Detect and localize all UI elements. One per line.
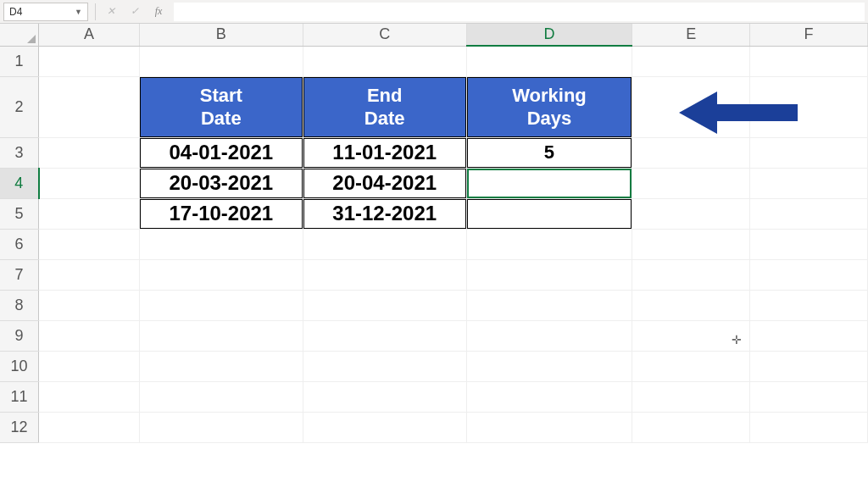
cell-D12[interactable] [466, 412, 632, 442]
cell-E11[interactable] [632, 381, 750, 412]
cell-D3[interactable]: 5 [466, 137, 632, 168]
cell-E7[interactable] [632, 259, 750, 290]
row-header-11[interactable]: 11 [0, 381, 39, 412]
cell-C1[interactable] [303, 46, 466, 76]
cell-F3[interactable] [750, 137, 868, 168]
cell-D11[interactable] [466, 381, 632, 412]
cell-E3[interactable] [632, 137, 750, 168]
cell-C7[interactable] [303, 259, 466, 290]
row-header-2[interactable]: 2 [0, 76, 39, 137]
row-header-1[interactable]: 1 [0, 46, 39, 76]
cell-E8[interactable] [632, 290, 750, 320]
cell-F9[interactable] [750, 320, 868, 351]
col-header-A[interactable]: A [39, 24, 140, 46]
cell-A6[interactable] [39, 229, 140, 259]
cell-D1[interactable] [466, 46, 632, 76]
cell-B11[interactable] [139, 381, 303, 412]
cell-B2[interactable]: Start Date [139, 76, 303, 137]
cell-A12[interactable] [39, 412, 140, 442]
cell-A1[interactable] [39, 46, 140, 76]
col-header-D[interactable]: D [466, 24, 632, 46]
cell-F10[interactable] [750, 351, 868, 381]
cell-C11[interactable] [303, 381, 466, 412]
row-header-4[interactable]: 4 [0, 168, 39, 198]
cell-C5[interactable]: 31-12-2021 [303, 198, 466, 229]
cell-D2[interactable]: Working Days [466, 76, 632, 137]
cell-B12[interactable] [139, 412, 303, 442]
cell-B8[interactable] [139, 290, 303, 320]
cell-E1[interactable] [632, 46, 750, 76]
table-header-start-date: Start Date [140, 77, 303, 137]
name-box[interactable]: D4 ▼ [3, 3, 88, 21]
col-header-C[interactable]: C [303, 24, 466, 46]
cell-E10[interactable] [632, 351, 750, 381]
spreadsheet-grid[interactable]: A B C D E F 1 2 Start Date End Date Work… [0, 24, 868, 488]
select-all-corner[interactable] [0, 24, 39, 46]
cell-A8[interactable] [39, 290, 140, 320]
cell-B10[interactable] [139, 351, 303, 381]
cell-C10[interactable] [303, 351, 466, 381]
name-box-value: D4 [9, 6, 22, 18]
insert-function-icon[interactable]: fx [150, 3, 167, 20]
col-header-B[interactable]: B [139, 24, 303, 46]
cell-F4[interactable] [750, 168, 868, 198]
cell-E6[interactable] [632, 229, 750, 259]
cell-F6[interactable] [750, 229, 868, 259]
chevron-down-icon[interactable]: ▼ [75, 8, 82, 16]
cell-D6[interactable] [466, 229, 632, 259]
row-header-8[interactable]: 8 [0, 290, 39, 320]
cell-B4[interactable]: 20-03-2021 [139, 168, 303, 198]
cell-C6[interactable] [303, 229, 466, 259]
cell-C12[interactable] [303, 412, 466, 442]
row-header-7[interactable]: 7 [0, 259, 39, 290]
cell-B3[interactable]: 04-01-2021 [139, 137, 303, 168]
cell-C8[interactable] [303, 290, 466, 320]
cell-C2[interactable]: End Date [303, 76, 466, 137]
cell-D4[interactable] [466, 168, 632, 198]
cell-F8[interactable] [750, 290, 868, 320]
row-header-9[interactable]: 9 [0, 320, 39, 351]
cell-A7[interactable] [39, 259, 140, 290]
cell-A5[interactable] [39, 198, 140, 229]
cell-F5[interactable] [750, 198, 868, 229]
row-header-12[interactable]: 12 [0, 412, 39, 442]
cell-C3[interactable]: 11-01-2021 [303, 137, 466, 168]
cell-E9[interactable] [632, 320, 750, 351]
cell-B1[interactable] [139, 46, 303, 76]
cell-E2[interactable] [632, 76, 750, 137]
row-header-5[interactable]: 5 [0, 198, 39, 229]
formula-input[interactable] [174, 3, 865, 21]
cell-A11[interactable] [39, 381, 140, 412]
cell-A10[interactable] [39, 351, 140, 381]
row-header-10[interactable]: 10 [0, 351, 39, 381]
cell-D8[interactable] [466, 290, 632, 320]
cell-C9[interactable] [303, 320, 466, 351]
cell-D9[interactable] [466, 320, 632, 351]
formula-bar: D4 ▼ ✕ ✓ fx [0, 0, 868, 24]
cell-F2[interactable] [750, 76, 868, 137]
cell-B7[interactable] [139, 259, 303, 290]
row-header-3[interactable]: 3 [0, 137, 39, 168]
table-header-working-days: Working Days [467, 77, 632, 137]
cell-D5[interactable] [466, 198, 632, 229]
col-header-E[interactable]: E [632, 24, 750, 46]
cell-B9[interactable] [139, 320, 303, 351]
cell-F12[interactable] [750, 412, 868, 442]
cell-D10[interactable] [466, 351, 632, 381]
cell-A4[interactable] [39, 168, 140, 198]
col-header-F[interactable]: F [750, 24, 868, 46]
cell-E5[interactable] [632, 198, 750, 229]
cell-B6[interactable] [139, 229, 303, 259]
cell-A9[interactable] [39, 320, 140, 351]
cell-A2[interactable] [39, 76, 140, 137]
cell-E4[interactable] [632, 168, 750, 198]
cell-E12[interactable] [632, 412, 750, 442]
cell-A3[interactable] [39, 137, 140, 168]
row-header-6[interactable]: 6 [0, 229, 39, 259]
cell-F1[interactable] [750, 46, 868, 76]
cell-F11[interactable] [750, 381, 868, 412]
cell-D7[interactable] [466, 259, 632, 290]
cell-B5[interactable]: 17-10-2021 [139, 198, 303, 229]
cell-F7[interactable] [750, 259, 868, 290]
cell-C4[interactable]: 20-04-2021 [303, 168, 466, 198]
